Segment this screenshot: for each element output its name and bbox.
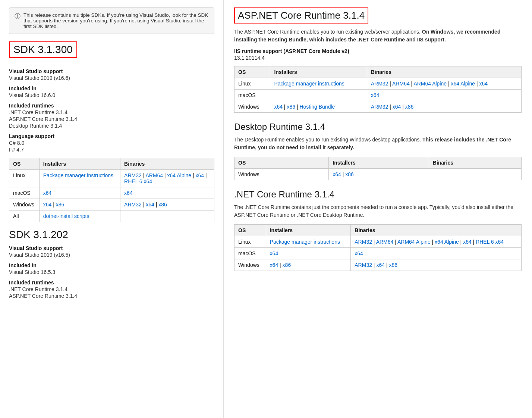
rhel6-link[interactable]: RHEL 6 x64: [124, 178, 152, 184]
win-x64-bin[interactable]: x64: [146, 202, 154, 208]
included-in-label: Included in: [9, 85, 214, 91]
binaries-linux: ARM32 | ARM64 | ARM64 Alpine | x64 Alpin…: [351, 236, 522, 248]
netcore-arm32[interactable]: ARM32: [355, 239, 372, 245]
installer-linux: Package manager instructions: [266, 236, 351, 248]
dotnet-scripts-link[interactable]: dotnet-install scripts: [43, 213, 89, 219]
lang2: F# 4.7: [9, 147, 214, 153]
netcore-win-arm32[interactable]: ARM32: [355, 262, 372, 268]
installer-windows: x64 | x86 | Hosting Bundle: [270, 101, 367, 113]
aspnet-win-x64-bin[interactable]: x64: [393, 104, 401, 110]
runtime3: Desktop Runtime 3.1.4: [9, 123, 214, 129]
binaries-macos: x64: [120, 187, 214, 199]
aspnet-arm64[interactable]: ARM64: [392, 81, 410, 87]
notice-text: This release contains multiple SDKs. If …: [23, 12, 209, 29]
netcore-title: .NET Core Runtime 3.1.4: [234, 189, 522, 200]
col-installers: Installers: [39, 158, 120, 170]
netcore-macos-x64-installer[interactable]: x64: [270, 250, 278, 256]
x64alpine-link[interactable]: x64 Alpine: [167, 172, 192, 178]
table-row: macOS x64 x64: [234, 248, 522, 259]
aspnet-table: OS Installers Binaries Linux Package man…: [234, 66, 522, 113]
installer-windows: x64 | x86: [266, 259, 351, 271]
desktop-win-x64[interactable]: x64: [333, 171, 341, 177]
table-row: macOS x64: [234, 90, 522, 101]
included-in-value: Visual Studio 16.6.0: [9, 92, 214, 98]
win-x86-bin[interactable]: x86: [158, 202, 167, 208]
netcore-arm64[interactable]: ARM64: [376, 239, 394, 245]
aspnet-win-x86-bin[interactable]: x86: [405, 104, 414, 110]
os-linux: Linux: [234, 236, 266, 248]
aspnet-arm32[interactable]: ARM32: [371, 81, 388, 87]
binaries-linux: ARM32 | ARM64 | x64 Alpine | x64 | RHEL …: [120, 170, 214, 187]
sdk1-table: OS Installers Binaries Linux Package man…: [9, 158, 214, 222]
desktop-win-x86[interactable]: x86: [345, 171, 354, 177]
aspnet-pkg-mgr-link[interactable]: Package manager instructions: [274, 81, 344, 87]
binaries-windows: [429, 169, 521, 180]
aspnet-desc-plain: The ASP.NET Core Runtime enables you to …: [234, 29, 421, 35]
table-row: Windows x64 | x86: [234, 169, 522, 180]
win-arm32-bin[interactable]: ARM32: [124, 202, 142, 208]
language-label: Language support: [9, 133, 214, 139]
netcore-x64[interactable]: x64: [463, 239, 472, 245]
col-binaries: Binaries: [120, 158, 214, 170]
table-row: Linux Package manager instructions ARM32…: [234, 236, 522, 248]
netcore-x64alpine[interactable]: x64 Alpine: [435, 239, 459, 245]
sdk2-vs-support-value: Visual Studio 2019 (v16.5): [9, 252, 214, 258]
macos-x64-bin[interactable]: x64: [124, 190, 133, 196]
netcore-arm64alpine[interactable]: ARM64 Alpine: [397, 239, 431, 245]
table-row: All dotnet-install scripts: [9, 210, 214, 222]
binaries-windows: ARM32 | x64 | x86: [120, 199, 214, 210]
aspnet-x64alpine[interactable]: x64 Alpine: [451, 81, 475, 87]
os-all: All: [9, 210, 40, 222]
col-installers: Installers: [270, 66, 367, 78]
netcore-rhel6[interactable]: RHEL 6 x64: [476, 239, 504, 245]
os-linux: Linux: [234, 78, 270, 90]
left-panel: ⓘ This release contains multiple SDKs. I…: [0, 0, 224, 418]
win-x86-installer[interactable]: x86: [56, 202, 64, 208]
netcore-win-x64[interactable]: x64: [270, 262, 278, 268]
x64-link[interactable]: x64: [196, 172, 204, 178]
pkg-mgr-link[interactable]: Package manager instructions: [43, 172, 113, 178]
installer-macos: [270, 90, 367, 101]
installer-macos: x64: [39, 187, 120, 199]
installer-linux: Package manager instructions: [39, 170, 120, 187]
sdk2-runtime1: .NET Core Runtime 3.1.4: [9, 286, 214, 292]
sdk2-vs-support-label: Visual Studio support: [9, 245, 214, 251]
desktop-desc-plain: The Desktop Runtime enables you to run e…: [234, 137, 421, 143]
netcore-description: The .NET Core Runtime contains just the …: [234, 203, 522, 219]
netcore-win-x86[interactable]: x86: [283, 262, 291, 268]
macos-x64-installer[interactable]: x64: [43, 190, 52, 196]
aspnet-win-arm32[interactable]: ARM32: [371, 104, 388, 110]
lang1: C# 8.0: [9, 140, 214, 146]
installer-all: dotnet-install scripts: [39, 210, 120, 222]
sdk2-section: SDK 3.1.202 Visual Studio support Visual…: [9, 229, 214, 299]
arm32-link[interactable]: ARM32: [124, 172, 142, 178]
aspnet-hosting-bundle[interactable]: Hosting Bundle: [299, 104, 335, 110]
table-row: Linux Package manager instructions ARM32…: [9, 170, 214, 187]
netcore-macos-x64-bin[interactable]: x64: [355, 250, 363, 256]
netcore-pkg-mgr-link[interactable]: Package manager instructions: [270, 239, 340, 245]
col-os: OS: [234, 157, 329, 169]
netcore-win-x64-bin[interactable]: x64: [376, 262, 385, 268]
table-row: Windows x64 | x86 ARM32 | x64 | x86: [234, 259, 522, 271]
binaries-macos: x64: [351, 248, 522, 259]
os-windows: Windows: [234, 101, 270, 113]
arm64-link[interactable]: ARM64: [145, 172, 163, 178]
aspnet-arm64alpine[interactable]: ARM64 Alpine: [413, 81, 447, 87]
binaries-all: [120, 210, 214, 222]
desktop-description: The Desktop Runtime enables you to run e…: [234, 136, 522, 152]
win-x64-installer[interactable]: x64: [43, 202, 52, 208]
binaries-macos: x64: [367, 90, 521, 101]
aspnet-x64[interactable]: x64: [479, 81, 488, 87]
binaries-linux: ARM32 | ARM64 | ARM64 Alpine | x64 Alpin…: [367, 78, 521, 90]
col-installers: Installers: [266, 225, 351, 236]
aspnet-macos-x64[interactable]: x64: [371, 92, 380, 98]
notice-box: ⓘ This release contains multiple SDKs. I…: [9, 7, 214, 34]
sdk2-title: SDK 3.1.202: [9, 229, 68, 240]
aspnet-win-x64[interactable]: x64: [274, 104, 283, 110]
installer-windows: x64 | x86: [329, 169, 429, 180]
netcore-win-x86-bin[interactable]: x86: [389, 262, 397, 268]
aspnet-win-x86[interactable]: x86: [287, 104, 295, 110]
table-row: Windows x64 | x86 ARM32 | x64 | x86: [9, 199, 214, 210]
table-row: Linux Package manager instructions ARM32…: [234, 78, 522, 90]
installer-windows: x64 | x86: [39, 199, 120, 210]
